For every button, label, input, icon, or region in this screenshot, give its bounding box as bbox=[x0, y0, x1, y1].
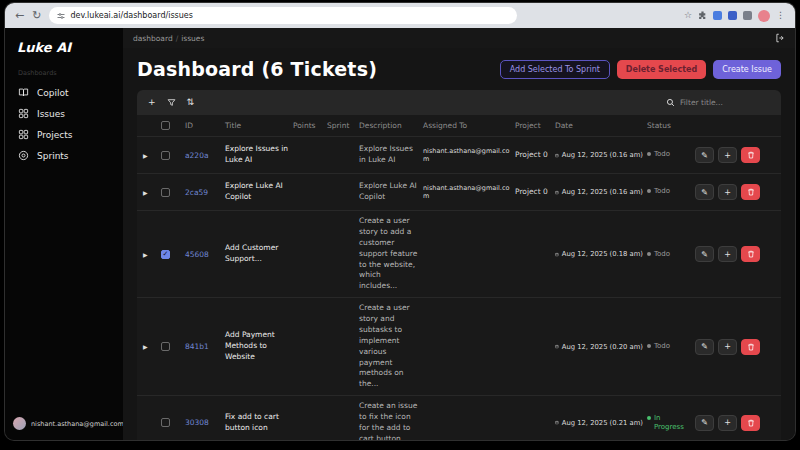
ticket-date: Aug 12, 2025 (0.20 am) bbox=[555, 343, 643, 351]
add-subtask-button[interactable]: + bbox=[718, 246, 737, 262]
col-points: Points bbox=[293, 121, 323, 130]
address-bar[interactable]: dev.lukeai.ai/dashboard/issues bbox=[49, 7, 517, 24]
ticket-id[interactable]: 45608 bbox=[185, 250, 221, 259]
book-icon bbox=[18, 87, 29, 98]
ticket-id[interactable]: 2ca59 bbox=[185, 188, 221, 197]
status-label: In Progress bbox=[654, 414, 691, 432]
page-title: Dashboard (6 Tickets) bbox=[137, 58, 377, 80]
app-logo: Luke AI bbox=[5, 38, 123, 69]
breadcrumb-bar: dashboard / issues bbox=[123, 28, 795, 48]
profile-avatar[interactable] bbox=[758, 10, 770, 22]
col-date: Date bbox=[555, 121, 643, 130]
row-checkbox[interactable] bbox=[161, 188, 170, 197]
row-checkbox[interactable]: ✓ bbox=[161, 250, 170, 259]
calendar-icon bbox=[555, 189, 559, 196]
edit-button[interactable]: ✎ bbox=[695, 415, 714, 431]
ticket-date: Aug 12, 2025 (0.16 am) bbox=[555, 151, 643, 159]
ticket-id[interactable]: a220a bbox=[185, 151, 221, 160]
extension-icon[interactable] bbox=[743, 11, 752, 20]
delete-button[interactable] bbox=[741, 339, 760, 355]
col-project: Project bbox=[515, 121, 551, 130]
sidebar-item-copilot[interactable]: Copilot bbox=[5, 82, 123, 103]
add-selected-to-sprint-button[interactable]: Add Selected To Sprint bbox=[500, 60, 610, 79]
delete-button[interactable] bbox=[741, 147, 760, 163]
col-description: Description bbox=[359, 121, 419, 130]
status-cell: Todo bbox=[647, 250, 691, 259]
edit-icon: ✎ bbox=[701, 151, 708, 160]
bookmark-star-icon[interactable]: ☆ bbox=[684, 11, 692, 20]
grid-icon bbox=[18, 108, 29, 119]
add-icon[interactable]: + bbox=[148, 98, 156, 107]
ticket-id[interactable]: 30308 bbox=[185, 418, 221, 427]
add-subtask-button[interactable]: + bbox=[718, 147, 737, 163]
breadcrumb-issues[interactable]: issues bbox=[181, 34, 204, 43]
edit-button[interactable]: ✎ bbox=[695, 246, 714, 262]
col-sprint: Sprint bbox=[327, 121, 355, 130]
back-icon[interactable]: ← bbox=[15, 10, 24, 21]
issues-table: ID Title Points Sprint Description Assig… bbox=[137, 115, 781, 440]
ticket-title[interactable]: Add Payment Methods to Website bbox=[225, 330, 289, 363]
ticket-title[interactable]: Explore Luke AI Copilot bbox=[225, 181, 289, 203]
reload-icon[interactable]: ↻ bbox=[32, 10, 41, 21]
plus-icon: + bbox=[724, 151, 731, 160]
add-subtask-button[interactable]: + bbox=[718, 184, 737, 200]
edit-button[interactable]: ✎ bbox=[695, 339, 714, 355]
row-checkbox[interactable] bbox=[161, 151, 170, 160]
sidebar-user[interactable]: nishant.asthana@gmail.com bbox=[5, 411, 123, 432]
filter-icon[interactable] bbox=[167, 98, 176, 107]
browser-menu-icon[interactable]: ⋮ bbox=[776, 11, 785, 20]
table-row: ▶ 2ca59 Explore Luke AI Copilot Explore … bbox=[137, 174, 781, 211]
status-cell: In Progress bbox=[647, 414, 691, 432]
ticket-title[interactable]: Explore Issues in Luke AI bbox=[225, 144, 289, 166]
sidebar-item-issues[interactable]: Issues bbox=[5, 103, 123, 124]
create-issue-button[interactable]: Create Issue bbox=[713, 60, 781, 79]
select-all-checkbox[interactable] bbox=[161, 121, 170, 130]
delete-selected-button[interactable]: Delete Selected bbox=[617, 60, 706, 79]
search-box bbox=[666, 98, 770, 107]
extensions-puzzle-icon[interactable] bbox=[698, 11, 707, 20]
delete-button[interactable] bbox=[741, 415, 760, 431]
row-actions: ✎ + bbox=[695, 147, 775, 163]
sort-icon[interactable]: ⇅ bbox=[187, 98, 195, 107]
add-subtask-button[interactable]: + bbox=[718, 339, 737, 355]
edit-button[interactable]: ✎ bbox=[695, 184, 714, 200]
expand-row-icon[interactable]: ▶ bbox=[143, 251, 157, 258]
user-avatar bbox=[13, 417, 26, 430]
calendar-icon bbox=[555, 152, 559, 159]
table-row: ▶ ✓ 45608 Add Customer Support... Create… bbox=[137, 211, 781, 298]
ticket-date-text: Aug 12, 2025 (0.16 am) bbox=[562, 188, 643, 196]
table-row: ▶ 30308 Fix add to cart button icon Crea… bbox=[137, 396, 781, 440]
ticket-title[interactable]: Add Customer Support... bbox=[225, 243, 289, 265]
expand-row-icon[interactable]: ▶ bbox=[143, 152, 157, 159]
trash-icon bbox=[747, 188, 755, 196]
edit-button[interactable]: ✎ bbox=[695, 147, 714, 163]
sidebar-item-projects[interactable]: Projects bbox=[5, 124, 123, 145]
ticket-assigned-to: nishant.asthana@gmail.com bbox=[423, 184, 511, 200]
col-id: ID bbox=[185, 121, 221, 130]
logout-icon[interactable] bbox=[775, 33, 785, 43]
user-email: nishant.asthana@gmail.com bbox=[31, 420, 124, 428]
row-checkbox[interactable] bbox=[161, 342, 170, 351]
breadcrumb-separator: / bbox=[176, 34, 179, 43]
edit-icon: ✎ bbox=[701, 418, 708, 427]
col-status: Status bbox=[647, 121, 691, 130]
delete-button[interactable] bbox=[741, 184, 760, 200]
expand-row-icon[interactable]: ▶ bbox=[143, 189, 157, 196]
add-subtask-button[interactable]: + bbox=[718, 415, 737, 431]
delete-button[interactable] bbox=[741, 246, 760, 262]
chrome-actions: ☆ ⋮ bbox=[684, 10, 785, 22]
extension-icon[interactable] bbox=[728, 11, 737, 20]
main-content: dashboard / issues Dashboard (6 Tickets)… bbox=[123, 28, 795, 440]
edit-icon: ✎ bbox=[701, 250, 708, 259]
ticket-id[interactable]: 841b1 bbox=[185, 342, 221, 351]
sidebar-item-sprints[interactable]: Sprints bbox=[5, 145, 123, 166]
ticket-date: Aug 12, 2025 (0.16 am) bbox=[555, 188, 643, 196]
page-header: Dashboard (6 Tickets) Add Selected To Sp… bbox=[123, 48, 795, 90]
breadcrumb-dashboard[interactable]: dashboard bbox=[133, 34, 173, 43]
row-checkbox[interactable] bbox=[161, 418, 170, 427]
site-settings-icon[interactable] bbox=[57, 12, 65, 20]
search-input[interactable] bbox=[680, 98, 770, 107]
extension-icon[interactable] bbox=[713, 11, 722, 20]
expand-row-icon[interactable]: ▶ bbox=[143, 343, 157, 350]
ticket-title[interactable]: Fix add to cart button icon bbox=[225, 412, 289, 434]
